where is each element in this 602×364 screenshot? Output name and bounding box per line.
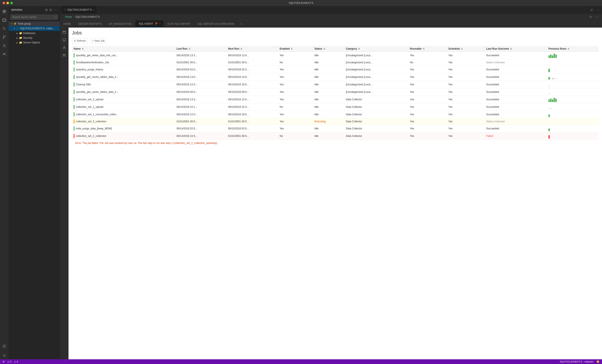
tab-server-reports[interactable]: SERVER REPORTS <box>75 20 105 28</box>
person-icon[interactable] <box>61 45 67 51</box>
new-job-button[interactable]: + New Job <box>90 38 107 43</box>
tab-sp-whoisactive-label: SP_WHOISACTIVE <box>109 22 132 25</box>
table-row[interactable]: SmoBaselineVerification_Job01/01/0001 00… <box>72 59 599 66</box>
prev-runs-chart <box>548 112 597 117</box>
table-row[interactable]: collection_set_3_collection01/01/0001 00… <box>72 118 599 125</box>
prev-runs-chart <box>548 134 597 139</box>
security-folder-icon: 📁 <box>19 36 22 40</box>
job-next-run: 09/14/2018 13:4... <box>226 52 278 59</box>
job-status-bar <box>74 60 75 65</box>
activity-deploy-icon[interactable] <box>0 342 8 350</box>
refresh-button[interactable]: ↻ Refresh <box>72 38 88 43</box>
group-person-icon[interactable] <box>61 52 67 58</box>
job-category: Data Collector <box>344 96 408 103</box>
job-last-run: 09/13/2018 22:0... <box>175 132 226 140</box>
breadcrumb-home[interactable]: Home <box>65 15 72 18</box>
search-input[interactable] <box>10 15 58 20</box>
activity-git-icon[interactable] <box>0 33 8 41</box>
col-enabled[interactable]: Enabled ⇅ <box>278 46 312 52</box>
sidebar-more-btn[interactable]: ⋯ <box>53 8 57 12</box>
table-row[interactable]: collection_set_3_upload09/14/2018 13:3..… <box>72 96 599 103</box>
job-schedule: Yes <box>447 73 484 81</box>
databases-folder-icon: 📁 <box>19 31 22 35</box>
close-button[interactable] <box>3 2 5 4</box>
new-job-label: New Job <box>95 39 105 42</box>
job-last-run-outcome: Succeeded <box>484 125 547 132</box>
status-error-icon[interactable]: ⚠ 0 <box>14 360 18 363</box>
breadcrumb-more-btn[interactable]: ⋯ <box>595 15 599 19</box>
tab-flat-file-import[interactable]: FLAT FILE IMPORT <box>164 20 194 28</box>
sidebar-new-connection-btn[interactable]: ⊞ <box>45 8 48 12</box>
col-last-run-outcome[interactable]: Last Run Outcome ⇅ <box>484 46 547 52</box>
chart-dash <box>556 78 558 79</box>
databases-item[interactable]: ▶ 📁 Databases <box>9 31 60 35</box>
tab-home[interactable]: HOME <box>60 20 75 28</box>
breadcrumb-separator: › <box>73 15 74 18</box>
status-gear-icon[interactable]: ⚙ <box>3 360 5 363</box>
col-category[interactable]: Category ⇅ <box>344 46 408 52</box>
more-options-btn[interactable]: ⋯ <box>596 8 600 12</box>
chart-dash <box>548 93 550 94</box>
server-tab[interactable]: ⬡ SQLTOOLSVNEXT-5 × <box>62 6 97 14</box>
status-bar-right: SQLTOOLSVNEXT-5 : <default> 😊 <box>560 360 599 363</box>
job-name: sysutility_get_cache_tables_data_ir... <box>76 75 118 79</box>
table-row[interactable]: sysutility_get_cache_tables_data_ir...09… <box>72 73 599 81</box>
add-tab-btn[interactable]: + <box>238 20 244 28</box>
table-row[interactable]: syspolicy_purge_history09/14/2018 02:0..… <box>72 66 599 73</box>
minimize-button[interactable] <box>6 2 9 4</box>
svg-point-16 <box>64 54 65 55</box>
message-icon[interactable] <box>61 37 67 43</box>
svg-point-14 <box>64 46 65 48</box>
server-objects-item[interactable]: ▶ 📁 Server Objects <box>9 40 60 45</box>
status-smiley-icon[interactable]: 😊 <box>596 360 599 363</box>
table-row[interactable]: sysutility_get_cache_tables_data_ir...09… <box>72 88 599 96</box>
activity-group-icon[interactable] <box>0 51 8 58</box>
table-row[interactable]: sysutility_get_views_data_into_cac...09/… <box>72 52 599 59</box>
prev-runs-chart <box>548 104 597 110</box>
job-name-cell: mdw_purge_data_[keep_MDW] <box>72 125 175 132</box>
search-clear-icon[interactable]: × <box>55 16 57 19</box>
col-name-sort-icon: ⇅ <box>82 48 84 50</box>
jobs-icon[interactable] <box>61 29 67 35</box>
col-previous-runs[interactable]: Previous Runs ⇅ <box>547 46 599 52</box>
job-last-run-outcome: Succeeded <box>484 66 547 73</box>
activity-servers-icon[interactable] <box>0 8 8 15</box>
table-row[interactable]: mdw_purge_data_[keep_MDW]09/14/2018 02:0… <box>72 125 599 132</box>
table-row[interactable]: collection_set_2_collection09/13/2018 22… <box>72 132 599 140</box>
maximize-button[interactable] <box>10 2 13 4</box>
status-warning-icon[interactable]: ⚠ 0 <box>7 360 11 363</box>
col-runnable[interactable]: Runnable ⇅ <box>408 46 447 52</box>
table-row[interactable]: collection_set_2_upload09/13/2018 22:1..… <box>72 103 599 111</box>
activity-explorer-icon[interactable] <box>0 16 8 24</box>
tab-sp-whoisactive[interactable]: SP_WHOISACTIVE <box>105 20 135 28</box>
job-previous-runs <box>547 52 599 59</box>
job-last-run: 09/14/2018 02:0... <box>175 125 226 132</box>
refresh-connection-btn[interactable]: ↻ <box>589 15 593 19</box>
col-next-run[interactable]: Next Run ⇅ <box>226 46 278 52</box>
col-schedule[interactable]: Schedule ⇅ <box>447 46 484 52</box>
sidebar-collapse-btn[interactable]: ⊟ <box>49 8 53 12</box>
job-next-run: 01/01/0001 00:0... <box>226 59 278 66</box>
sql-agent-close-icon[interactable]: × <box>159 22 161 25</box>
security-item[interactable]: ▶ 📁 Security <box>9 35 60 40</box>
col-status[interactable]: Status ⇅ <box>313 46 344 52</box>
activity-settings-icon[interactable] <box>0 352 8 359</box>
job-last-run: 09/14/2018 13:3... <box>175 52 226 59</box>
tab-sql-server-2019[interactable]: SQL SERVER 2019 (PREVIEW) <box>194 20 238 28</box>
server-tab-close[interactable]: × <box>93 9 94 11</box>
server-item[interactable]: ▼ ⬡ SQLTOOLSVNEXT-5, <defa... <box>9 26 60 31</box>
window-controls[interactable] <box>3 2 13 4</box>
split-editor-btn[interactable]: ⊞ <box>590 8 594 12</box>
col-name[interactable]: Name ⇅ <box>72 46 175 52</box>
job-name-cell: collection_set_3_collection <box>72 118 175 125</box>
left-icons <box>60 28 68 359</box>
chart-bar <box>554 98 555 102</box>
table-row[interactable]: collection_set_1_noncached_collec...09/1… <box>72 111 599 118</box>
table-row[interactable]: Cleanup DBs09/14/2018 12:0...09/14/2018 … <box>72 81 599 88</box>
col-last-run[interactable]: Last Run ⇅ <box>175 46 226 52</box>
tab-sql-agent[interactable]: SQL AGENT 📌 × <box>135 20 164 28</box>
tools-group-item[interactable]: ▼ ⚡ Tools group <box>9 21 60 26</box>
activity-search-icon[interactable] <box>0 25 8 32</box>
activity-users-icon[interactable] <box>0 42 8 50</box>
svg-point-3 <box>3 27 5 29</box>
